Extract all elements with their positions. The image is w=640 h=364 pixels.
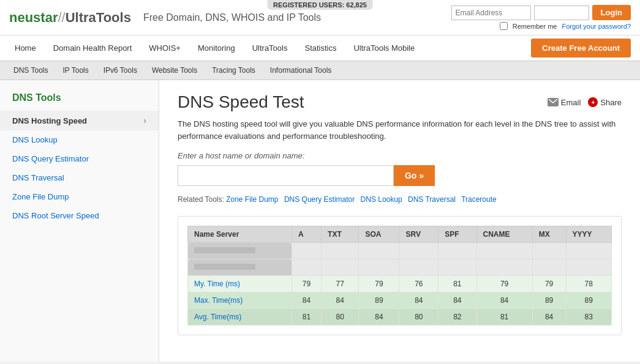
sidebar-item-dns-lookup[interactable]: DNS Lookup [0, 130, 159, 149]
nav-item-domain-health[interactable]: Domain Health Report [45, 37, 141, 59]
nav-sec-item-tracing-tools[interactable]: Tracing Tools [205, 61, 263, 80]
related-link[interactable]: DNS Query Estimator [284, 195, 355, 204]
table-row: Max. Time(ms)8484898484848989 [188, 292, 612, 309]
secondary-nav: DNS ToolsIP ToolsIPv6 ToolsWebsite Tools… [0, 61, 640, 80]
nav-item-monitoring[interactable]: Monitoring [189, 37, 244, 59]
table-cell: Avg. Time(ms) [188, 309, 292, 325]
email-icon [548, 98, 559, 106]
remember-row: Remember me Forgot your password? [500, 22, 631, 30]
table-row: My. Time (ms)7977797681797978 [188, 276, 612, 292]
nav-sec-item-website-tools[interactable]: Website Tools [145, 61, 205, 80]
login-row: Login [451, 5, 631, 20]
table-row: Avg. Time(ms)8180848082818483 [188, 309, 612, 325]
results-table: Name ServerATXTSOASRVSPFCNAMEMXYYYY 7977… [187, 226, 612, 325]
table-cell: 84 [476, 292, 532, 309]
table-cell: 84 [399, 292, 439, 309]
related-link[interactable]: DNS Lookup [361, 195, 402, 204]
nav-sec-item-info-tools[interactable]: Informational Tools [263, 61, 339, 80]
tagline: Free Domain, DNS, WHOIS and IP Tools [143, 12, 321, 23]
table-cell: 81 [476, 309, 532, 325]
related-link[interactable]: Traceroute [461, 195, 497, 204]
go-button[interactable]: Go » [394, 165, 435, 186]
table-cell: 84 [292, 259, 321, 276]
table-cell: 89 [566, 259, 612, 276]
chevron-icon: › [143, 116, 146, 125]
sidebar-title[interactable]: DNS Tools [0, 89, 159, 111]
sidebar-item-dns-hosting-speed[interactable]: DNS Hosting Speed› [0, 111, 159, 130]
nav-item-home[interactable]: Home [6, 37, 45, 59]
table-col-header: TXT [322, 226, 359, 243]
primary-nav-items: HomeDomain Health ReportWHOIS+Monitoring… [6, 37, 423, 59]
search-row: Go » [178, 165, 435, 186]
page-title: DNS Speed Test [178, 92, 304, 112]
email-input[interactable] [451, 6, 531, 20]
table-cell: 89 [359, 259, 399, 276]
email-share-button[interactable]: Email [548, 98, 581, 107]
results-container: Name ServerATXTSOASRVSPFCNAMEMXYYYY 7977… [178, 216, 622, 335]
table-cell: 89 [359, 292, 399, 309]
nav-item-statistics[interactable]: Statistics [296, 37, 345, 59]
login-area: Login Remember me Forgot your password? [451, 5, 631, 30]
nav-sec-item-dns-tools[interactable]: DNS Tools [6, 61, 55, 80]
main-content: DNS Tools DNS Hosting Speed›DNS LookupDN… [0, 80, 640, 362]
nav-sec-item-ipv6-tools[interactable]: IPv6 Tools [96, 61, 145, 80]
table-row: 7977797681797978 [188, 243, 612, 259]
table-cell: 77 [322, 276, 359, 292]
table-cell: 84 [359, 309, 399, 325]
table-cell: 84 [322, 292, 359, 309]
sidebar-item-dns-query[interactable]: DNS Query Estimator [0, 149, 159, 168]
table-body: 79777976817979788484898484848989My. Time… [188, 243, 612, 325]
sidebar-item-dns-traversal[interactable]: DNS Traversal [0, 168, 159, 187]
table-cell: 81 [439, 276, 476, 292]
table-cell: 80 [322, 309, 359, 325]
table-cell: 79 [292, 276, 321, 292]
share-button[interactable]: + Share [588, 97, 622, 107]
login-button[interactable]: Login [592, 5, 631, 20]
create-account-button[interactable]: Create Free Account [531, 39, 631, 58]
nav-item-whois[interactable]: WHOIS+ [140, 37, 189, 59]
table-cell: 89 [532, 292, 566, 309]
related-links: Zone File Dump DNS Query Estimator DNS L… [226, 195, 500, 204]
table-cell: 79 [292, 243, 321, 259]
domain-input[interactable] [178, 165, 394, 186]
related-tools: Related Tools: Zone File Dump DNS Query … [178, 195, 622, 204]
table-cell: 81 [292, 309, 321, 325]
table-cell: My. Time (ms) [188, 276, 292, 292]
table-cell: 84 [399, 259, 439, 276]
table-cell: 79 [476, 276, 532, 292]
remember-checkbox[interactable] [500, 22, 508, 30]
sidebar-item-dns-root[interactable]: DNS Root Server Speed [0, 206, 159, 225]
logo: neustar//UltraTools [9, 10, 131, 26]
registered-count: 62,825 [346, 1, 367, 9]
table-cell: 84 [476, 259, 532, 276]
content-header: DNS Speed Test Email + Share [178, 92, 622, 112]
forgot-password-link[interactable]: Forgot your password? [562, 23, 631, 30]
sidebar-item-zone-file[interactable]: Zone File Dump [0, 187, 159, 206]
table-col-header: A [292, 226, 321, 243]
nav-item-ultratools[interactable]: UltraTools [244, 37, 296, 59]
registered-users-badge: REGISTERED USERS: 62,825 [267, 0, 373, 10]
header: neustar//UltraTools Free Domain, DNS, WH… [0, 0, 640, 35]
password-input[interactable] [534, 6, 589, 20]
table-col-header: MX [532, 226, 566, 243]
share-actions: Email + Share [548, 97, 622, 107]
registered-label: REGISTERED USERS: [273, 1, 344, 9]
remember-label: Remember me [513, 23, 557, 30]
nav-item-mobile[interactable]: UltraTools Mobile [345, 37, 423, 59]
table-cell: 76 [399, 243, 439, 259]
logo-slash: // [58, 10, 65, 25]
related-label: Related Tools: [178, 195, 224, 204]
table-cell: 84 [292, 292, 321, 309]
nav-sec-item-ip-tools[interactable]: IP Tools [55, 61, 96, 80]
related-link[interactable]: DNS Traversal [408, 195, 456, 204]
table-cell: 79 [532, 276, 566, 292]
related-link[interactable]: Zone File Dump [226, 195, 278, 204]
table-cell: 84 [439, 259, 476, 276]
logo-ultratools: UltraTools [66, 10, 131, 25]
plus-icon: + [588, 97, 598, 107]
table-col-header: Name Server [188, 226, 292, 243]
logo-area: neustar//UltraTools Free Domain, DNS, WH… [9, 10, 321, 26]
table-cell: 84 [322, 259, 359, 276]
sidebar-items: DNS Hosting Speed›DNS LookupDNS Query Es… [0, 111, 159, 225]
table-cell: 89 [532, 259, 566, 276]
